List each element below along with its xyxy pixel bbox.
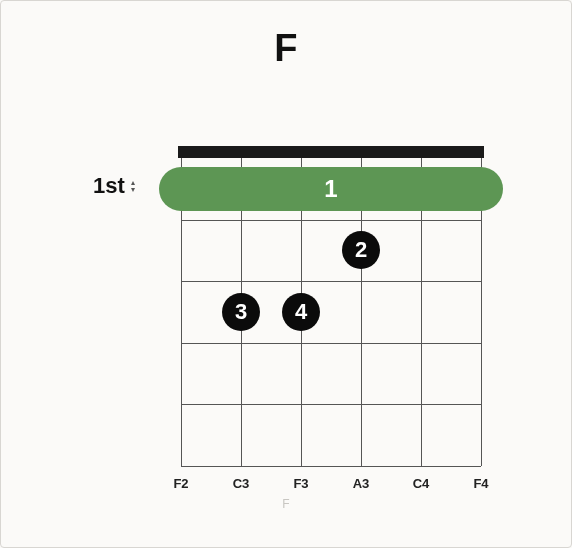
finger-dot[interactable]: 2 xyxy=(342,231,380,269)
fret-line xyxy=(181,404,481,405)
fret-line xyxy=(181,220,481,221)
nut xyxy=(178,146,484,158)
finger-dot[interactable]: 3 xyxy=(222,293,260,331)
start-fret-stepper[interactable]: 1st ▴▾ xyxy=(93,173,135,199)
fret-line xyxy=(181,281,481,282)
string-note-label: F2 xyxy=(173,476,188,491)
string-note-label: C3 xyxy=(233,476,250,491)
chord-name: F xyxy=(1,27,571,70)
string-note-label: A3 xyxy=(353,476,370,491)
chord-footer-label: F xyxy=(1,497,571,511)
string-note-label: F4 xyxy=(473,476,488,491)
stepper-icon: ▴▾ xyxy=(131,180,135,193)
fret-line xyxy=(181,466,481,467)
finger-dot[interactable]: 4 xyxy=(282,293,320,331)
string-note-label: C4 xyxy=(413,476,430,491)
chord-diagram: 1234F2C3F3A3C4F4 xyxy=(181,146,481,466)
fret-line xyxy=(181,343,481,344)
barre-finger[interactable]: 1 xyxy=(159,167,503,211)
string-note-label: F3 xyxy=(293,476,308,491)
start-fret-label: 1st xyxy=(93,173,125,199)
